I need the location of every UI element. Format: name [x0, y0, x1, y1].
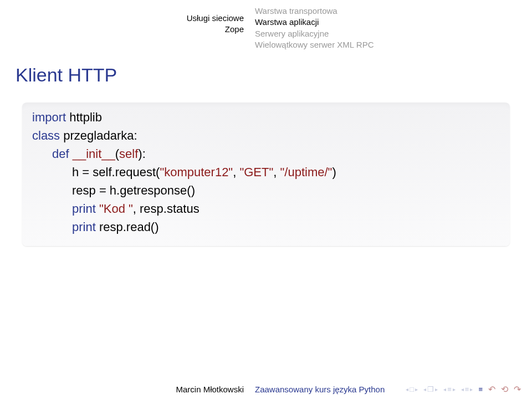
- keyword-class: class: [32, 129, 63, 142]
- code-text: ): [332, 165, 336, 179]
- subsection-link-4[interactable]: Wielowątkowy serwer XML RPC: [255, 39, 532, 50]
- string-literal: "Kod ": [99, 202, 133, 216]
- code-line-5: resp = h.getresponse(): [32, 181, 500, 200]
- chevron-right-icon: ▸: [415, 386, 418, 392]
- code-line-2: class przegladarka:: [32, 126, 500, 145]
- arg-self: self: [119, 147, 138, 161]
- code-line-3: def __init__(self):: [32, 145, 500, 163]
- chevron-left-icon: ◂: [406, 386, 408, 392]
- code-text: ,: [273, 165, 280, 179]
- beamer-header: Usługi sieciowe Zope Warstwa transportow…: [0, 0, 532, 50]
- nav-section[interactable]: ◂≡▸: [461, 385, 473, 393]
- code-line-6: print "Kod ", resp.status: [32, 200, 500, 218]
- chevron-left-icon: ◂: [461, 386, 464, 392]
- nav-forward-icon[interactable]: ↷: [514, 384, 521, 395]
- code-body: import httplib class przegladarka: def _…: [22, 103, 510, 246]
- subsection-name[interactable]: Zope: [0, 24, 244, 35]
- paren-open: (: [115, 147, 119, 161]
- nav-search-icon[interactable]: ⟲: [501, 384, 508, 395]
- keyword-import: import: [32, 110, 69, 124]
- nav-back-icon[interactable]: ↶: [488, 384, 495, 395]
- chevron-right-icon: ▸: [435, 386, 438, 392]
- subsection-link-2[interactable]: Warstwa aplikacji: [255, 17, 532, 28]
- section-name[interactable]: Usługi sieciowe: [0, 13, 244, 24]
- footer-author: Marcin Młotkowski: [0, 385, 255, 394]
- code-text: h = self.request(: [72, 165, 160, 179]
- nav-doc-icon[interactable]: ≡: [478, 385, 483, 393]
- subsection-icon: ≡: [447, 385, 452, 393]
- keyword-print: print: [72, 202, 99, 216]
- chevron-left-icon: ◂: [443, 386, 446, 392]
- code-text: resp.read(): [99, 220, 159, 234]
- frame-icon: ❐: [427, 385, 434, 393]
- keyword-print: print: [72, 220, 99, 234]
- subsection-link-1[interactable]: Warstwa transportowa: [255, 6, 532, 17]
- slide-icon: □: [410, 385, 414, 393]
- string-literal: "GET": [239, 165, 273, 179]
- code-block: import httplib class przegladarka: def _…: [22, 103, 510, 246]
- chevron-right-icon: ▸: [453, 386, 456, 392]
- chevron-right-icon: ▸: [470, 386, 473, 392]
- paren-close: ):: [138, 147, 145, 161]
- module-name: httplib: [69, 110, 102, 124]
- code-line-4: h = self.request("komputer12", "GET", "/…: [32, 163, 500, 181]
- header-sections: Usługi sieciowe Zope: [0, 6, 255, 50]
- function-name: __init__: [73, 147, 115, 161]
- code-text: , resp.status: [133, 202, 200, 216]
- header-subsections: Warstwa transportowa Warstwa aplikacji S…: [255, 6, 532, 50]
- nav-frame[interactable]: ◂❐▸: [423, 385, 438, 393]
- code-line-1: import httplib: [32, 108, 500, 126]
- subsection-link-3[interactable]: Serwery aplikacyjne: [255, 28, 532, 39]
- frame-title: Klient HTTP: [0, 50, 532, 86]
- nav-slide[interactable]: ◂□▸: [406, 385, 418, 393]
- code-line-7: print resp.read(): [32, 218, 500, 236]
- string-literal: "/uptime/": [280, 165, 332, 179]
- chevron-left-icon: ◂: [423, 386, 426, 392]
- code-text: ,: [233, 165, 239, 179]
- string-literal: "komputer12": [160, 165, 233, 179]
- section-icon: ≡: [465, 385, 469, 393]
- nav-subsection[interactable]: ◂≡▸: [443, 385, 456, 393]
- class-name: przegladarka:: [63, 129, 137, 142]
- navigation-symbols: ◂□▸ ◂❐▸ ◂≡▸ ◂≡▸ ≡ ↶ ⟲ ↷: [406, 384, 521, 395]
- keyword-def: def: [52, 147, 73, 161]
